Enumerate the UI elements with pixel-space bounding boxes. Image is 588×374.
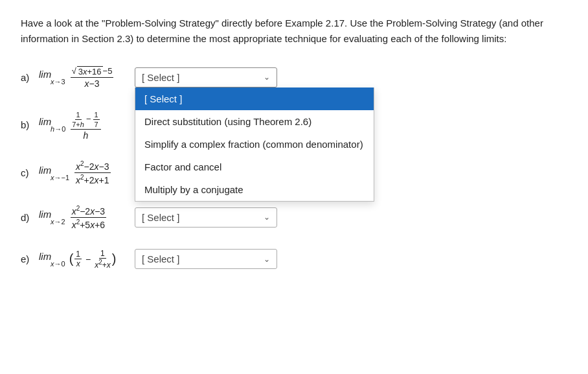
dropdown-item-conjugate[interactable]: Multiply by a conjugate [135,178,374,201]
math-expr-c: lim x→−1 x2−2x−3 x2+2x+1 [39,159,123,186]
select-button-e-label: [ Select ] [142,253,179,264]
problem-row-a: a) lim x→3 √ 3x+16 −5 x−3 [ [21,65,567,90]
dropdown-d[interactable]: [ Select ] ⌄ [135,207,277,228]
select-button-d-label: [ Select ] [142,212,179,223]
dropdown-item-complex-fraction[interactable]: Simplify a complex fraction (common deno… [135,133,374,156]
chevron-down-icon: ⌄ [264,213,270,222]
dropdown-e[interactable]: [ Select ] ⌄ [135,249,277,269]
select-button-d[interactable]: [ Select ] ⌄ [135,207,277,228]
problem-label-d: d) [21,212,34,223]
dropdown-item-direct-sub[interactable]: Direct substitution (using Theorem 2.6) [135,110,374,133]
problem-row-e: e) lim x→0 ( 1 x − 1 x2+x ) [ Select ] ⌄ [21,249,567,270]
dropdown-menu-a: [ Select ] Direct substitution (using Th… [135,88,374,202]
intro-text: Have a look at the "Problem-Solving Stra… [21,16,567,47]
dropdown-item-select[interactable]: [ Select ] [135,88,374,110]
problem-label-b: b) [21,119,34,130]
problem-row-d: d) lim x→2 x2−2x−3 x2+5x+6 [ Select ] ⌄ [21,204,567,231]
chevron-down-icon: ⌄ [264,255,270,264]
select-button-a[interactable]: [ Select ] ⌄ [135,67,277,88]
problem-label-e: e) [21,253,34,264]
math-expr-a: lim x→3 √ 3x+16 −5 x−3 [39,65,123,90]
select-button-e[interactable]: [ Select ] ⌄ [135,249,277,269]
problem-label-a: a) [21,72,34,83]
dropdown-item-factor-cancel[interactable]: Factor and cancel [135,156,374,178]
math-expr-d: lim x→2 x2−2x−3 x2+5x+6 [39,204,123,231]
math-expr-e: lim x→0 ( 1 x − 1 x2+x ) [39,249,123,270]
problem-label-c: c) [21,167,34,178]
select-button-a-label: [ Select ] [142,72,179,83]
math-expr-b: lim h→0 1 7+h − 1 7 [39,108,123,142]
chevron-down-icon: ⌄ [264,73,270,82]
dropdown-a[interactable]: [ Select ] ⌄ [ Select ] Direct substitut… [135,67,277,88]
